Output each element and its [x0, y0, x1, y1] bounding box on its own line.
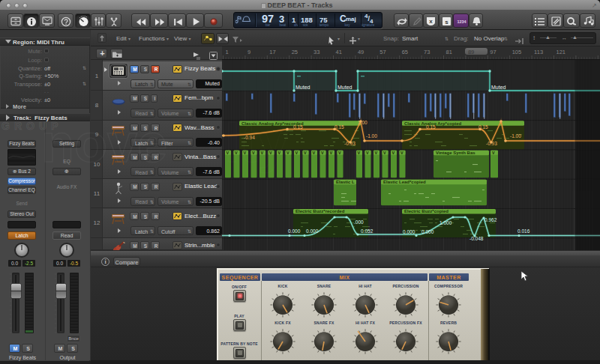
svg-text:V: V: [338, 151, 341, 155]
svg-text:V: V: [321, 151, 324, 155]
svg-text:Electric Buzz*recorded: Electric Buzz*recorded: [296, 209, 345, 213]
svg-text:V: V: [375, 151, 378, 155]
svg-text:0.15: 0.15: [293, 124, 303, 130]
svg-text:V: V: [383, 151, 386, 155]
svg-text:Muted: Muted: [491, 85, 506, 90]
svg-text:1.00: 1.00: [358, 120, 368, 125]
svg-text:Elastic Lead*copied: Elastic Lead*copied: [383, 180, 426, 184]
svg-text:-1.00: -1.00: [366, 133, 377, 139]
svg-text:Muted: Muted: [296, 85, 310, 90]
svg-text:V: V: [358, 151, 361, 155]
svg-text:s: s: [445, 19, 448, 25]
svg-text:0.15: 0.15: [478, 124, 488, 130]
svg-text:0.000: 0.000: [288, 228, 301, 234]
svg-text:0.016: 0.016: [518, 228, 530, 234]
svg-text:V: V: [330, 151, 333, 155]
svg-text:-0.93: -0.93: [344, 141, 356, 146]
svg-text:V: V: [296, 151, 298, 155]
svg-text:V: V: [492, 151, 495, 155]
svg-text:0.000: 0.000: [403, 229, 416, 234]
svg-text:0.962: 0.962: [484, 217, 497, 222]
svg-text:0.000: 0.000: [306, 228, 319, 234]
svg-text:V: V: [400, 151, 404, 155]
svg-text:V: V: [313, 151, 316, 155]
svg-text:Elastic L: Elastic L: [336, 180, 355, 184]
svg-text:Muted: Muted: [338, 85, 352, 90]
svg-text:V: V: [304, 151, 307, 155]
svg-text:-1.00: -1.00: [510, 133, 521, 139]
svg-text:1.000: 1.000: [440, 220, 452, 225]
svg-text:-0.93: -0.93: [486, 141, 497, 146]
svg-text:Electric Buzz*copied: Electric Buzz*copied: [404, 209, 448, 213]
svg-text:x: x: [429, 18, 433, 25]
svg-text:-0.048: -0.048: [470, 236, 484, 241]
svg-text:Vintage Synth Bas: Vintage Synth Bas: [436, 151, 476, 155]
svg-text:0.000: 0.000: [422, 229, 434, 234]
svg-text:.000: .000: [354, 219, 364, 225]
svg-text:V: V: [392, 151, 395, 155]
svg-text:0.15: 0.15: [334, 124, 344, 130]
svg-text:V: V: [366, 151, 369, 155]
svg-text:0.15: 0.15: [426, 124, 436, 130]
svg-text:0.052: 0.052: [361, 228, 374, 234]
